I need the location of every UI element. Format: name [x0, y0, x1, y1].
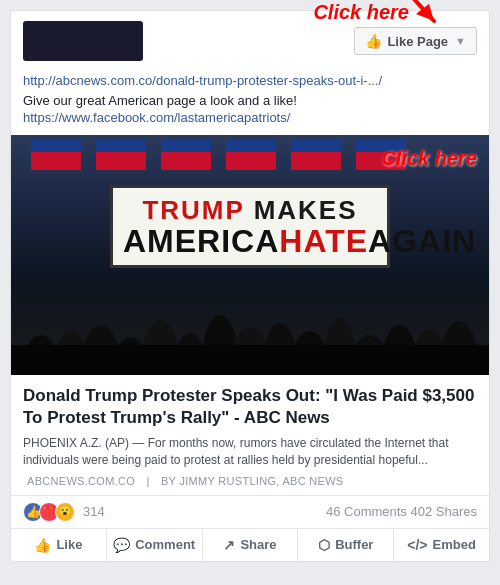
- like-page-button[interactable]: 👍 Like Page ▼: [354, 27, 477, 55]
- comment-action-label: Comment: [135, 537, 195, 552]
- buffer-action-button[interactable]: ⬡ Buffer: [298, 529, 394, 561]
- article-content: Donald Trump Protester Speaks Out: "I Wa…: [11, 375, 489, 495]
- like-action-button[interactable]: 👍 Like: [11, 529, 107, 561]
- comment-action-button[interactable]: 💬 Comment: [107, 529, 203, 561]
- reactions-left: 👍 ❤️ 😮 314: [23, 502, 105, 522]
- facebook-card: Click here 👍 Like Page ▼ http://abcnews.…: [10, 10, 490, 562]
- excerpt-text: PHOENIX A.Z. (AP) — For months now, rumo…: [23, 436, 449, 467]
- crowd-image: TRUMP MAKES AMERICAHATEAGAIN: [11, 135, 489, 375]
- click-here-label: Click here: [313, 1, 409, 24]
- trump-flag-2: [96, 140, 146, 170]
- banner-makes: MAKES: [254, 195, 358, 225]
- trump-flag-1: [31, 140, 81, 170]
- comments-count: 46 Comments: [326, 504, 407, 519]
- click-here-image-label: Click here: [381, 147, 477, 170]
- comment-action-icon: 💬: [113, 537, 130, 553]
- page-avatar: [23, 21, 143, 61]
- svg-line-0: [384, 0, 434, 21]
- buffer-action-label: Buffer: [335, 537, 373, 552]
- card-links: http://abcnews.com.co/donald-trump-prote…: [11, 69, 489, 135]
- reactions-bar: 👍 ❤️ 😮 314 46 Comments 402 Shares: [11, 495, 489, 528]
- article-title: Donald Trump Protester Speaks Out: "I Wa…: [23, 385, 477, 429]
- reactions-right: 46 Comments 402 Shares: [326, 504, 477, 519]
- trump-flag-4: [226, 140, 276, 170]
- banner-line-1: TRUMP MAKES: [123, 196, 377, 225]
- crowd-silhouettes: [11, 235, 489, 375]
- source-separator: |: [146, 475, 153, 487]
- embed-action-icon: </>: [407, 537, 427, 553]
- article-excerpt: PHOENIX A.Z. (AP) — For months now, rumo…: [23, 435, 477, 469]
- chevron-down-icon: ▼: [455, 35, 466, 47]
- trump-flag-3: [161, 140, 211, 170]
- wow-emoji: 😮: [55, 502, 75, 522]
- share-action-label: Share: [240, 537, 276, 552]
- banner-trump: TRUMP: [142, 195, 244, 225]
- thumbs-up-icon: 👍: [365, 33, 382, 49]
- share-action-button[interactable]: ↗ Share: [203, 529, 299, 561]
- like-action-label: Like: [56, 537, 82, 552]
- facebook-url-link[interactable]: https://www.facebook.com/lastamericapatr…: [23, 108, 477, 128]
- reaction-emojis: 👍 ❤️ 😮: [23, 502, 75, 522]
- buffer-action-icon: ⬡: [318, 537, 330, 553]
- source-author: BY JIMMY RUSTLING, ABC NEWS: [161, 475, 344, 487]
- article-url-link[interactable]: http://abcnews.com.co/donald-trump-prote…: [23, 71, 477, 91]
- svg-rect-17: [11, 345, 489, 375]
- like-page-label: Like Page: [387, 34, 448, 49]
- embed-action-label: Embed: [433, 537, 476, 552]
- shares-count: 402 Shares: [411, 504, 478, 519]
- share-action-icon: ↗: [223, 537, 235, 553]
- article-source: ABCNEWS.COM.CO | BY JIMMY RUSTLING, ABC …: [23, 475, 477, 487]
- svg-marker-1: [416, 4, 434, 21]
- action-bar: 👍 Like 💬 Comment ↗ Share ⬡ Buffer </> Em…: [11, 528, 489, 561]
- reactions-count: 314: [83, 504, 105, 519]
- card-header: Click here 👍 Like Page ▼: [11, 11, 489, 69]
- page-description: Give our great American page a look and …: [23, 93, 477, 108]
- trump-flag-5: [291, 140, 341, 170]
- post-image-container: TRUMP MAKES AMERICAHATEAGAIN: [11, 135, 489, 375]
- embed-action-button[interactable]: </> Embed: [394, 529, 489, 561]
- source-name: ABCNEWS.COM.CO: [27, 475, 135, 487]
- like-action-icon: 👍: [34, 537, 51, 553]
